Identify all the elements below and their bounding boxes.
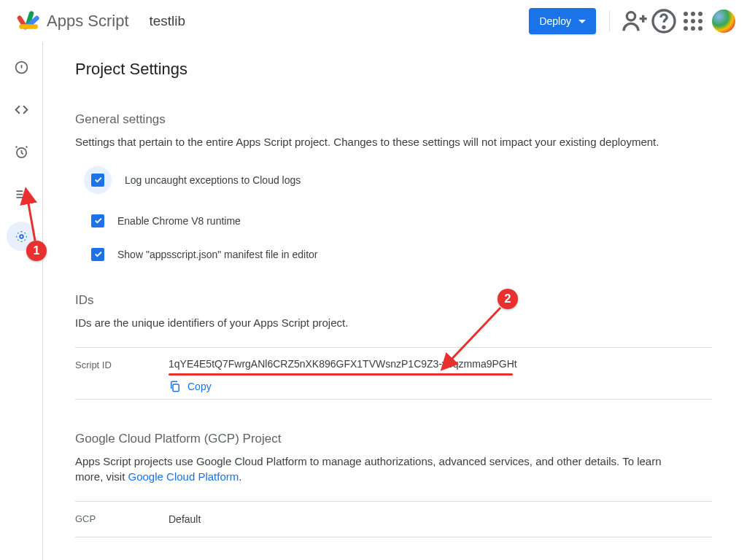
option-row: Log uncaught exceptions to Cloud logs — [84, 166, 712, 194]
annotation-badge-2: 2 — [498, 289, 518, 309]
nav-triggers[interactable] — [7, 137, 36, 166]
checkbox[interactable] — [91, 214, 104, 228]
svg-point-4 — [627, 12, 635, 20]
section-desc: Settings that pertain to the entire Apps… — [75, 134, 673, 150]
section-title: Google Cloud Platform (GCP) Project — [75, 432, 712, 446]
annotation-badge-1: 1 — [26, 241, 47, 261]
gcp-key: GCP — [75, 513, 169, 525]
svg-rect-10 — [173, 384, 179, 392]
desc-text: . — [239, 470, 241, 483]
account-avatar[interactable] — [712, 9, 735, 33]
checkbox-label: Show "appsscript.json" manifest file in … — [117, 249, 318, 260]
checkbox-label: Enable Chrome V8 runtime — [117, 215, 241, 227]
section-desc: Apps Script projects use Google Cloud Pl… — [75, 454, 673, 486]
nav-editor[interactable] — [7, 95, 36, 124]
section-ids: IDs IDs are the unique identifiers of yo… — [75, 293, 712, 400]
section-desc: IDs are the unique identifiers of your A… — [75, 315, 673, 331]
gcp-link[interactable]: Google Cloud Platform — [128, 470, 239, 483]
apps-script-logo-icon — [16, 9, 41, 34]
share-icon[interactable] — [620, 7, 649, 36]
dropdown-triangle-icon — [578, 20, 586, 23]
annotation-underline — [169, 373, 513, 376]
deploy-label: Deploy — [539, 15, 571, 27]
page-title: Project Settings — [75, 60, 712, 79]
copy-button[interactable]: Copy — [169, 380, 517, 393]
svg-point-6 — [663, 26, 665, 28]
gcp-value: Default — [169, 513, 201, 525]
help-icon[interactable] — [649, 7, 678, 36]
section-title: IDs — [75, 293, 712, 308]
section-title: General settings — [75, 112, 712, 127]
svg-point-9 — [20, 235, 23, 238]
app-name: Apps Script — [47, 12, 129, 31]
script-id-value: 1qYE4E5tQ7FwrgANl6CRZ5nXK896GFX1TVWsnzP1… — [169, 358, 517, 393]
checkbox-label: Log uncaught exceptions to Cloud logs — [125, 174, 301, 186]
id-key: Script ID — [75, 358, 169, 393]
option-row: Show "appsscript.json" manifest file in … — [91, 248, 712, 261]
svg-rect-3 — [19, 24, 38, 28]
script-id-text[interactable]: 1qYE4E5tQ7FwrgANl6CRZ5nXK896GFX1TVWsnzP1… — [169, 358, 517, 370]
section-gcp: Google Cloud Platform (GCP) Project Apps… — [75, 432, 712, 538]
project-name[interactable]: testlib — [150, 13, 186, 29]
checkbox[interactable] — [91, 174, 104, 187]
nav-overview[interactable] — [7, 52, 36, 82]
divider — [609, 11, 610, 31]
gcp-row: GCP Default — [75, 502, 712, 537]
deploy-button[interactable]: Deploy — [529, 8, 596, 34]
nav-executions[interactable] — [7, 179, 36, 209]
main-content: Project Settings General settings Settin… — [43, 42, 747, 560]
option-row: Enable Chrome V8 runtime — [91, 214, 712, 228]
section-general: General settings Settings that pertain t… — [75, 112, 712, 261]
copy-label: Copy — [187, 381, 212, 392]
nav-rail — [0, 42, 43, 560]
app-header: Apps Script testlib Deploy — [0, 0, 747, 42]
checkbox[interactable] — [91, 248, 104, 261]
apps-grid-icon[interactable] — [678, 7, 708, 36]
id-row: Script ID 1qYE4E5tQ7FwrgANl6CRZ5nXK896GF… — [75, 348, 712, 400]
checkbox-halo — [84, 166, 112, 194]
